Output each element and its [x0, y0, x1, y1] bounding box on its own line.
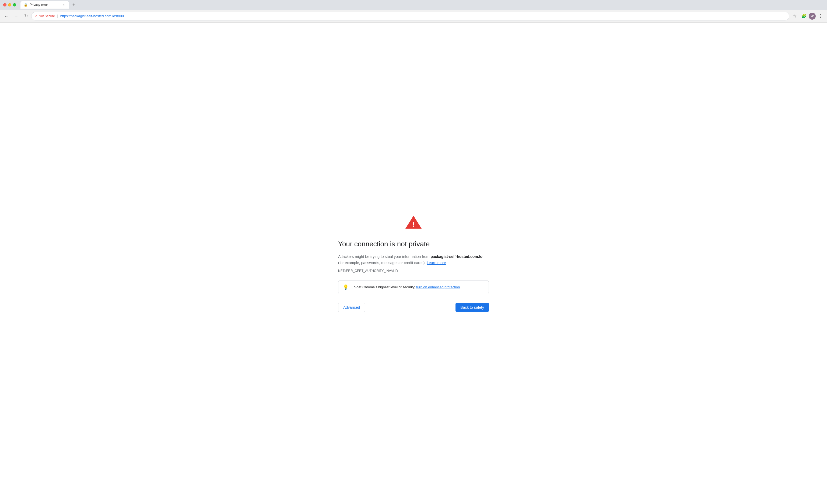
lightbulb-icon: 💡: [343, 284, 349, 290]
nav-bar: ← → ↻ ⚠ Not Secure | https://packagist-s…: [0, 10, 827, 22]
address-bar[interactable]: ⚠ Not Secure | https://packagist-self-ho…: [31, 12, 789, 20]
maximize-button[interactable]: [13, 3, 16, 6]
address-url: https://packagist-self-hosted.com.lo:880…: [60, 14, 124, 18]
forward-button[interactable]: →: [12, 12, 20, 20]
back-icon: ←: [4, 14, 9, 18]
back-to-safety-button[interactable]: Back to safety: [455, 303, 489, 312]
warning-triangle-icon: !: [405, 215, 422, 233]
page-content: ! Your connection is not private Attacke…: [0, 22, 827, 504]
bookmark-button[interactable]: ☆: [790, 12, 799, 20]
svg-text:!: !: [412, 220, 415, 229]
extensions-button[interactable]: 🧩: [799, 12, 808, 20]
security-warning-icon: ⚠: [35, 14, 38, 18]
forward-icon: →: [14, 14, 18, 18]
active-tab[interactable]: 🔒 Privacy error ✕: [20, 1, 69, 9]
browser-frame: 🔒 Privacy error ✕ + ⋮ ← → ↻ ⚠ Not Secure…: [0, 0, 827, 504]
chrome-menu-icon: ⋮: [818, 13, 823, 18]
profile-button[interactable]: W: [809, 13, 816, 20]
close-button[interactable]: [3, 3, 6, 6]
tabs-area: 🔒 Privacy error ✕ +: [18, 1, 814, 9]
error-description: Attackers might be trying to steal your …: [338, 254, 489, 266]
refresh-icon: ↻: [24, 13, 28, 18]
url-text: https://packagist-self-hosted.com.lo:880…: [60, 14, 124, 18]
description-suffix: (for example, passwords, messages or cre…: [338, 261, 426, 265]
new-tab-button[interactable]: +: [70, 1, 78, 9]
title-bar: 🔒 Privacy error ✕ + ⋮: [0, 0, 827, 10]
chrome-menu-button[interactable]: ⋮: [816, 12, 825, 20]
tab-title: Privacy error: [30, 3, 59, 7]
refresh-button[interactable]: ↻: [21, 12, 30, 20]
title-bar-right: ⋮: [816, 1, 824, 9]
minimize-button[interactable]: [8, 3, 11, 6]
security-suggestion-box: 💡 To get Chrome's highest level of secur…: [338, 280, 489, 294]
extensions-icon: 🧩: [801, 13, 807, 18]
bookmark-icon: ☆: [793, 13, 796, 18]
suggestion-text: To get Chrome's highest level of securit…: [352, 285, 460, 289]
nav-bar-right: ☆ 🧩 W ⋮: [790, 12, 825, 20]
error-code: NET::ERR_CERT_AUTHORITY_INVALID: [338, 269, 398, 273]
tab-close-button[interactable]: ✕: [61, 3, 66, 7]
tab-favicon-icon: 🔒: [24, 3, 28, 7]
window-menu-button[interactable]: ⋮: [816, 1, 824, 9]
suggestion-prefix: To get Chrome's highest level of securit…: [352, 285, 416, 289]
advanced-button[interactable]: Advanced: [338, 303, 365, 312]
back-button[interactable]: ←: [2, 12, 11, 20]
profile-initial: W: [811, 14, 814, 18]
learn-more-link[interactable]: Learn more: [427, 261, 446, 265]
site-name: packagist-self-hosted.com.lo: [431, 255, 482, 259]
security-label: Not Secure: [39, 14, 55, 18]
security-indicator: ⚠ Not Secure: [35, 14, 55, 18]
button-row: Advanced Back to safety: [338, 303, 489, 312]
description-prefix: Attackers might be trying to steal your …: [338, 255, 431, 259]
error-container: ! Your connection is not private Attacke…: [333, 204, 494, 323]
address-divider: |: [57, 14, 58, 18]
error-title: Your connection is not private: [338, 240, 430, 248]
traffic-lights: [3, 3, 16, 6]
enhanced-protection-link[interactable]: turn on enhanced protection: [416, 285, 460, 289]
